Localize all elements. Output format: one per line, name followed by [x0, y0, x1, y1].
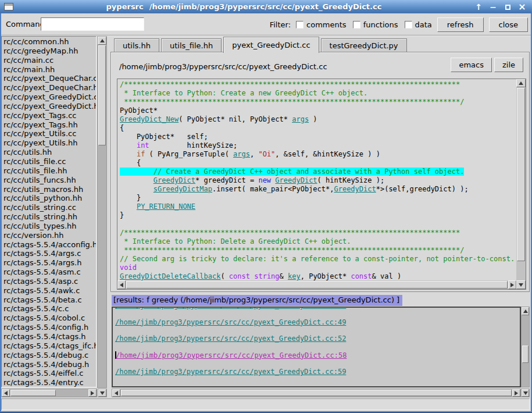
sidebar-scroll-corner[interactable] [98, 389, 107, 397]
scroll-right-icon[interactable] [512, 389, 520, 397]
file-list-item[interactable]: rc/cc/utils_string.cc [3, 203, 96, 212]
file-list-item[interactable]: rc/cc/pyext_Utils.hh [3, 138, 96, 148]
scroll-left-icon[interactable] [112, 389, 120, 397]
file-list-item[interactable]: rc/ctags-5.5.4/acconfig.h [3, 240, 96, 250]
filter-checkbox-functions[interactable]: functions [353, 20, 398, 29]
file-list-item[interactable]: rc/cc/utils_types.hh [3, 222, 96, 231]
code-link[interactable]: PY_RETURN_NONE [137, 202, 195, 211]
sidebar-hscroll-thumb[interactable] [10, 390, 56, 396]
file-list-item[interactable]: rc/cc/utils_funcs.hh [3, 176, 96, 185]
result-link[interactable]: /home/jimb/prog3/pypersrc/src/cc/pyext_G… [115, 347, 520, 364]
scroll-left-icon[interactable] [2, 389, 10, 397]
command-input[interactable] [41, 17, 144, 31]
file-list-item[interactable]: rc/ctags-5.5.4/args.h [3, 258, 96, 268]
file-list-item[interactable]: rc/ctags-5.5.4/ctags_ifc.h [3, 341, 96, 351]
code-scroll-corner[interactable] [516, 280, 526, 289]
code-hscrollbar[interactable] [117, 280, 516, 289]
results-vscroll-thumb[interactable] [522, 346, 529, 363]
file-list-item[interactable]: rc/ctags-5.5.4/asm.c [3, 268, 96, 277]
result-link[interactable]: /home/jimb/prog3/pypersrc/src/cc/pyext_G… [115, 330, 520, 347]
file-list-item[interactable]: rc/ctags-5.5.4/c.c [3, 304, 96, 314]
file-list-item[interactable]: rc/ctags-5.5.4/config.h [3, 323, 96, 332]
code-vscrollbar[interactable] [516, 79, 526, 280]
file-list-item[interactable]: rc/cc/pyext_Tags.cc [3, 111, 96, 120]
code-link[interactable]: GreedyDictDeleteCallback [120, 272, 220, 280]
file-list-item[interactable]: rc/cc/pyext_GreedyDict.hh [3, 102, 96, 111]
file-list-item[interactable]: rc/cc/main.cc [3, 56, 96, 65]
scroll-left-icon[interactable] [117, 280, 126, 289]
code-link[interactable]: args [292, 115, 309, 123]
code-link[interactable]: GreedyDict [334, 185, 376, 193]
code-link[interactable]: GreedyDict [275, 176, 317, 184]
file-list-item[interactable]: rc/ctags-5.5.4/debug.c [3, 351, 96, 360]
file-list-item[interactable]: rc/cc/utils_file.cc [3, 157, 96, 166]
code-text[interactable]: /***************************************… [117, 79, 516, 280]
results-list[interactable]: /home/jimb/prog3/pypersrc/src/cc/pyext_G… [112, 307, 521, 387]
file-list-item[interactable]: rc/cc/utils_file.hh [3, 166, 96, 176]
filter-checkbox-comments[interactable]: comments [296, 20, 347, 29]
code-vscroll-thumb[interactable] [517, 88, 525, 261]
file-list-item[interactable]: rc/ctags-5.5.4/awk.c [3, 286, 96, 295]
scroll-up-icon[interactable] [516, 79, 526, 87]
code-link[interactable]: key [288, 272, 301, 280]
code-link[interactable]: sGreedyDictMap [153, 185, 212, 193]
scroll-down-icon[interactable] [516, 280, 526, 289]
scroll-down-icon[interactable] [98, 389, 106, 397]
refresh-button[interactable]: refresh [437, 17, 484, 32]
file-list-item[interactable]: rc/ctags-5.5.4/entry.c [3, 378, 96, 387]
code-link[interactable]: GreedyDict [153, 176, 195, 184]
file-list-item[interactable]: rc/cc/pyext_DequeChar.cc [3, 74, 96, 83]
file-list-item[interactable]: rc/cc/pyext_GreedyDict.cc [3, 92, 96, 102]
file-list-item[interactable]: rc/ctags-5.5.4/ctags.h [3, 332, 96, 341]
file-list-item[interactable]: rc/ctags-5.5.4/eiffel.c [3, 369, 96, 378]
file-list-item[interactable]: rc/cc/common.hh [3, 37, 96, 47]
checkbox-icon[interactable] [353, 21, 360, 29]
sidebar-vscroll-thumb[interactable] [98, 45, 106, 145]
file-list-item[interactable]: rc/ctags-5.5.4/args.c [3, 249, 96, 258]
file-list-item[interactable]: rc/cc/version.hh [3, 231, 96, 240]
results-vscrollbar[interactable] [521, 307, 530, 387]
file-list-item[interactable]: rc/cc/pyext_Tags.hh [3, 120, 96, 130]
results-hscroll-thumb[interactable] [121, 390, 512, 396]
file-list-item[interactable]: rc/cc/pyext_DequeChar.hh [3, 83, 96, 92]
file-list-item[interactable]: rc/cc/pyext_Utils.cc [3, 129, 96, 138]
emacs-button[interactable]: emacs [451, 58, 492, 72]
file-list-item[interactable]: rc/cc/greedyMap.hh [3, 47, 96, 56]
results-hscrollbar[interactable] [112, 389, 521, 397]
tab-utils.hh[interactable]: utils.hh [114, 38, 159, 52]
code-link[interactable]: args [233, 150, 250, 158]
file-list-item[interactable]: rc/ctags-5.5.4/debug.h [3, 360, 96, 369]
window-up-icon[interactable]: ↑ [474, 3, 483, 11]
scroll-up-icon[interactable] [98, 37, 106, 45]
tab-testGreedyDict.py[interactable]: testGreedyDict.py [321, 38, 407, 52]
scroll-right-icon[interactable] [508, 280, 516, 289]
tab-utils_file.hh[interactable]: utils_file.hh [161, 38, 222, 52]
scroll-up-icon[interactable] [522, 307, 529, 315]
title-bar[interactable]: pypersrc/home/jimb/prog3/pypersrc/src/cc… [0, 0, 532, 13]
file-list-item[interactable]: rc/cc/utils_python.hh [3, 194, 96, 203]
file-list-item[interactable]: rc/cc/utils_string.hh [3, 212, 96, 222]
close-button[interactable]: close [489, 17, 528, 32]
file-list[interactable]: rc/cc/common.hhrc/cc/greedyMap.hhrc/cc/m… [1, 36, 97, 387]
result-link[interactable]: /home/jimb/prog3/pypersrc/src/cc/pyext_G… [115, 364, 520, 380]
file-list-item[interactable]: rc/ctags-5.5.4/asp.c [3, 277, 96, 286]
file-list-item[interactable]: rc/cc/utils_macros.hh [3, 185, 96, 194]
checkbox-icon[interactable] [296, 21, 304, 29]
scroll-right-icon[interactable] [88, 389, 97, 397]
result-link[interactable]: /home/jimb/prog3/pypersrc/src/cc/pyext_G… [115, 314, 520, 331]
results-scroll-corner[interactable] [521, 389, 530, 397]
file-list-item[interactable]: rc/ctags-5.5.4/beta.c [3, 295, 96, 305]
file-list-item[interactable]: rc/cc/main.hh [3, 65, 96, 74]
window-close-icon[interactable]: × [518, 3, 526, 11]
filter-checkbox-data[interactable]: data [405, 20, 432, 29]
window-maximize-icon[interactable] [504, 3, 512, 11]
code-link[interactable]: GreedyDict_New [120, 115, 178, 123]
code-hscroll-thumb[interactable] [126, 281, 508, 289]
sidebar-hscrollbar[interactable] [1, 389, 97, 397]
file-list-item[interactable]: rc/cc/utils.hh [3, 148, 96, 157]
checkbox-icon[interactable] [405, 21, 412, 29]
tab-pyext_GreedyDict.cc[interactable]: pyext_GreedyDict.cc [223, 37, 319, 53]
sidebar-vscrollbar[interactable] [97, 36, 107, 388]
window-minimize-icon[interactable]: − [489, 3, 497, 11]
result-link[interactable]: /home/jimb/prog3/pypersrc/src/cc/pyext_G… [115, 307, 520, 314]
